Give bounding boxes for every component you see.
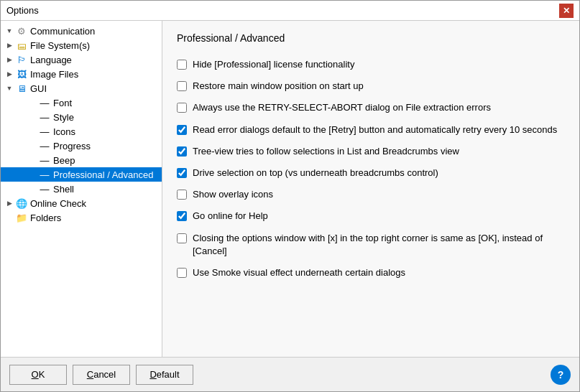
no-icon: — — [38, 111, 51, 123]
option-row-show_overlay: Show overlay icons — [177, 188, 565, 201]
footer: OK Cancel Default ? — [1, 357, 579, 391]
sidebar-label: Language — [30, 55, 72, 65]
option-label-go_online: Go online for Help — [193, 210, 268, 223]
sidebar-label: Professional / Advanced — [53, 169, 153, 180]
expand-icon: ▶ — [4, 39, 15, 51]
sidebar-item-communication[interactable]: ▼⚙Communication — [1, 24, 162, 38]
checkbox-restore_position[interactable] — [177, 81, 187, 91]
option-row-drive_selection: Drive selection on top (vs underneath br… — [177, 167, 565, 179]
sidebar-item-shell[interactable]: —Shell — [1, 182, 162, 196]
options-window: Options ✕ ▼⚙Communication▶🖴File System(s… — [0, 0, 580, 392]
checkbox-go_online[interactable] — [177, 211, 187, 221]
sidebar-item-font[interactable]: —Font — [1, 95, 162, 110]
sidebar-item-progress[interactable]: —Progress — [1, 139, 162, 153]
sidebar-label: Style — [53, 112, 74, 123]
option-label-restore_position: Restore main window position on start up — [193, 80, 364, 93]
option-row-retry_select_abort: Always use the RETRY-SELECT-ABORT dialog… — [177, 101, 565, 114]
option-label-hide_professional: Hide [Professional] license functionalit… — [193, 58, 354, 71]
no-icon: — — [38, 97, 51, 108]
sidebar-label: Font — [53, 98, 72, 108]
cancel-button[interactable]: Cancel — [73, 365, 130, 385]
titlebar: Options ✕ — [1, 1, 579, 21]
sidebar-item-imagefiles[interactable]: ▶🖼Image Files — [1, 67, 162, 81]
expand-icon: ▶ — [4, 68, 15, 80]
options-list: Hide [Professional] license functionalit… — [177, 58, 565, 279]
flag-icon: 🏳 — [15, 54, 28, 65]
sidebar-item-language[interactable]: ▶🏳Language — [1, 52, 162, 67]
option-label-smoke_visual: Use Smoke visual effect underneath certa… — [193, 266, 405, 279]
expand-icon — [27, 183, 38, 195]
sidebar: ▼⚙Communication▶🖴File System(s)▶🏳Languag… — [1, 21, 162, 357]
image-icon: 🖼 — [15, 68, 28, 80]
expand-icon — [27, 154, 38, 166]
option-row-restore_position: Restore main window position on start up — [177, 80, 565, 93]
sidebar-label: Icons — [53, 126, 75, 137]
expand-icon — [27, 111, 38, 123]
checkbox-hide_professional[interactable] — [177, 60, 187, 70]
expand-icon — [4, 212, 15, 223]
expand-icon: ▶ — [4, 197, 15, 209]
sidebar-item-icons[interactable]: —Icons — [1, 124, 162, 139]
sidebar-label: Shell — [53, 184, 74, 195]
checkbox-tree_view[interactable] — [177, 146, 187, 157]
option-row-read_error_dialogs: Read error dialogs default to the [Retry… — [177, 123, 565, 136]
main-panel: Professional / Advanced Hide [Profession… — [162, 21, 579, 357]
gear-icon: ⚙ — [15, 25, 28, 37]
expand-icon — [27, 140, 38, 151]
sidebar-label: Folders — [30, 213, 61, 223]
sidebar-label: GUI — [30, 83, 47, 94]
checkbox-show_overlay[interactable] — [177, 190, 187, 200]
expand-icon: ▶ — [4, 54, 15, 65]
ok-button[interactable]: OK — [9, 365, 67, 385]
sidebar-label: Image Files — [30, 69, 78, 80]
no-icon: — — [38, 126, 51, 137]
option-row-smoke_visual: Use Smoke visual effect underneath certa… — [177, 266, 565, 279]
panel-title: Professional / Advanced — [177, 32, 565, 47]
option-label-retry_select_abort: Always use the RETRY-SELECT-ABORT dialog… — [193, 101, 491, 114]
expand-icon: ▼ — [4, 25, 15, 37]
close-button[interactable]: ✕ — [559, 4, 574, 18]
checkbox-retry_select_abort[interactable] — [177, 103, 187, 113]
checkbox-drive_selection[interactable] — [177, 168, 187, 178]
sidebar-item-gui[interactable]: ▼🖥GUI — [1, 81, 162, 95]
expand-icon — [27, 126, 38, 137]
option-label-drive_selection: Drive selection on top (vs underneath br… — [193, 167, 438, 179]
option-row-closing_options: Closing the options window with [x] in t… — [177, 232, 565, 258]
monitor-icon: 🖥 — [15, 83, 28, 94]
expand-icon — [27, 97, 38, 108]
drive-icon: 🖴 — [15, 39, 28, 51]
default-button[interactable]: Default — [136, 365, 193, 385]
globe-icon: 🌐 — [15, 197, 28, 209]
help-button[interactable]: ? — [551, 365, 571, 385]
sidebar-label: Beep — [53, 155, 75, 166]
sidebar-item-filesystem[interactable]: ▶🖴File System(s) — [1, 38, 162, 52]
option-label-read_error_dialogs: Read error dialogs default to the [Retry… — [193, 123, 557, 136]
checkbox-read_error_dialogs[interactable] — [177, 125, 187, 135]
sidebar-item-beep[interactable]: —Beep — [1, 153, 162, 167]
no-icon: — — [38, 140, 51, 151]
sidebar-label: Progress — [53, 141, 91, 151]
content-area: ▼⚙Communication▶🖴File System(s)▶🏳Languag… — [1, 21, 579, 357]
option-label-tree_view: Tree-view tries to follow selections in … — [193, 145, 459, 158]
checkbox-closing_options[interactable] — [177, 233, 187, 243]
sidebar-item-onlinecheck[interactable]: ▶🌐Online Check — [1, 196, 162, 210]
no-icon: — — [38, 183, 51, 195]
option-label-closing_options: Closing the options window with [x] in t… — [193, 232, 565, 258]
expand-icon — [27, 169, 38, 180]
no-icon: — — [38, 154, 51, 166]
option-row-tree_view: Tree-view tries to follow selections in … — [177, 145, 565, 158]
sidebar-item-style[interactable]: —Style — [1, 110, 162, 124]
sidebar-label: File System(s) — [30, 40, 90, 51]
no-icon: — — [38, 169, 51, 180]
sidebar-item-folders[interactable]: 📁Folders — [1, 210, 162, 225]
window-title: Options — [6, 5, 39, 16]
folder-icon: 📁 — [15, 212, 28, 223]
sidebar-label: Online Check — [30, 198, 86, 209]
sidebar-item-professional[interactable]: —Professional / Advanced — [1, 167, 162, 182]
checkbox-smoke_visual[interactable] — [177, 268, 187, 278]
option-row-hide_professional: Hide [Professional] license functionalit… — [177, 58, 565, 71]
option-label-show_overlay: Show overlay icons — [193, 188, 273, 201]
sidebar-label: Communication — [30, 26, 95, 37]
expand-icon: ▼ — [4, 83, 15, 94]
option-row-go_online: Go online for Help — [177, 210, 565, 223]
